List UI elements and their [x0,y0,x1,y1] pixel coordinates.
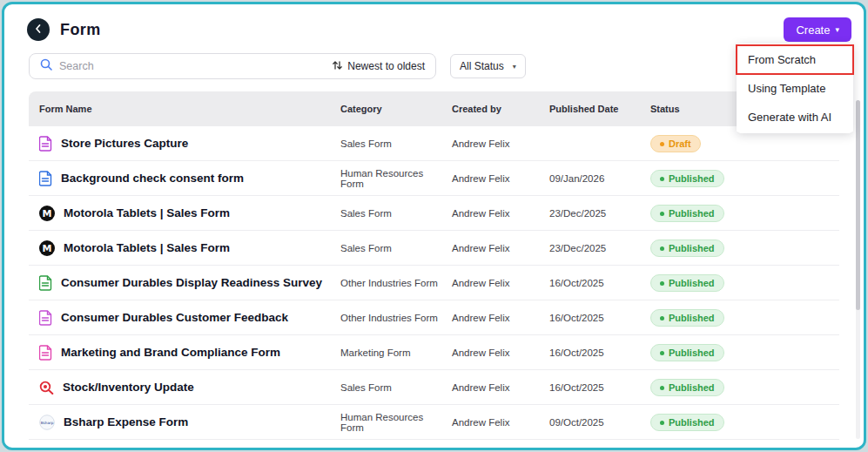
caret-down-icon: ▾ [513,63,516,71]
form-created-by: Andrew Felix [441,347,539,358]
doc-icon [39,310,52,326]
menu-item-using-template[interactable]: Using Template [737,74,853,103]
chevron-left-icon [33,22,44,37]
form-name: Consumer Durables Display Readiness Surv… [61,276,322,289]
form-published-date: 16/Oct/2025 [539,278,640,288]
svg-text:M: M [43,208,52,219]
table-row[interactable]: Consumer Durables Display Readiness Surv… [29,266,839,300]
form-created-by: Andrew Felix [441,208,539,219]
doc-icon [39,345,52,361]
form-category: Human Resources Form [330,168,441,189]
form-category: Sales Form [330,243,441,253]
status-dot-icon [660,177,664,181]
form-category: Other Industries Form [330,278,441,288]
sort-control[interactable]: Newest to oldest [332,58,425,74]
page-title: Form [60,21,101,39]
form-published-date: 09/Oct/2025 [539,417,640,428]
search-icon [40,58,52,74]
form-name: Motorola Tablets | Sales Form [64,241,230,254]
menu-item-from-scratch[interactable]: From Scratch [737,45,853,74]
form-created-by: Andrew Felix [441,382,539,393]
table-body: Store Pictures Capture Sales Form Andrew… [29,126,839,440]
table-row[interactable]: Stock/Inventory Update Sales Form Andrew… [29,370,839,405]
status-dot-icon [660,386,664,390]
table-row[interactable]: Consumer Durables Customer Feedback Othe… [29,300,839,335]
table-row[interactable]: Store Pictures Capture Sales Form Andrew… [29,126,839,161]
form-published-date: 09/Jan/2026 [539,173,640,184]
form-name: Marketing and Brand Compliance Form [61,346,280,359]
vertical-scrollbar[interactable] [856,100,860,439]
form-published-date: 16/Oct/2025 [539,347,640,358]
create-button[interactable]: Create ▾ [784,17,851,42]
table-row[interactable]: Bsharp Bsharp Expense Form Human Resourc… [29,405,839,440]
status-dot-icon [660,421,664,425]
form-category: Sales Form [330,138,441,149]
column-header-form-name: Form Name [29,104,330,114]
status-dot-icon [660,142,664,146]
status-dot-icon [660,281,664,286]
table-header-row: Form Name Category Created by Published … [29,91,839,126]
search-input[interactable] [59,60,325,72]
motorola-icon: M [39,240,55,256]
column-header-category: Category [330,104,441,114]
form-name: Motorola Tablets | Sales Form [64,206,230,219]
status-badge: Published [650,379,724,396]
back-button[interactable] [27,18,50,41]
form-name: Stock/Inventory Update [63,381,194,394]
form-published-date: 23/Dec/2025 [539,243,640,253]
scrollbar-thumb[interactable] [856,100,860,310]
form-category: Sales Form [330,208,441,219]
status-filter-dropdown[interactable]: All Status ▾ [450,54,526,78]
status-filter-value: All Status [460,60,504,72]
app-window: Form Create ▾ From ScratchUsing Template… [2,2,866,450]
doc-icon [39,136,52,152]
forms-table: Form Name Category Created by Published … [29,91,839,440]
form-name: Background check consent form [61,172,244,185]
form-category: Marketing Form [330,347,441,358]
doc-icon [39,275,52,291]
status-badge: Published [650,239,724,257]
create-button-label: Create [796,24,830,37]
status-dot-icon [660,246,664,251]
form-category: Other Industries Form [330,313,441,323]
search-box: Newest to oldest [29,53,436,79]
inventory-icon [39,381,54,395]
status-dot-icon [660,316,664,320]
table-row[interactable]: Background check consent form Human Reso… [29,161,839,196]
column-header-published-date: Published Date [539,104,640,114]
svg-text:M: M [43,243,52,254]
form-created-by: Andrew Felix [441,173,539,184]
form-published-date: 16/Oct/2025 [539,313,640,323]
sort-arrows-icon [332,58,343,74]
table-row[interactable]: M Motorola Tablets | Sales Form Sales Fo… [29,231,839,266]
svg-text:Bsharp: Bsharp [41,420,54,424]
create-dropdown-menu: From ScratchUsing TemplateGenerate with … [737,44,853,133]
status-badge: Published [650,170,724,187]
form-name: Bsharp Expense Form [64,415,188,428]
page-header: Form [4,4,864,50]
bsharp-icon: Bsharp [39,415,55,430]
motorola-icon: M [39,206,55,221]
form-created-by: Andrew Felix [441,138,539,149]
status-badge: Draft [650,135,701,152]
form-published-date: 23/Dec/2025 [539,208,640,219]
form-created-by: Andrew Felix [441,278,539,288]
form-category: Human Resources Form [330,412,441,433]
status-badge: Published [650,205,724,222]
status-dot-icon [660,212,664,216]
table-row[interactable]: M Motorola Tablets | Sales Form Sales Fo… [29,196,839,231]
status-badge: Published [650,344,724,361]
form-created-by: Andrew Felix [441,417,539,428]
menu-item-generate-with-ai[interactable]: Generate with AI [737,103,853,132]
toolbar: Newest to oldest All Status ▾ [29,53,839,79]
form-created-by: Andrew Felix [441,243,539,253]
form-published-date: 16/Oct/2025 [539,382,640,393]
form-name: Store Pictures Capture [61,137,188,150]
form-name: Consumer Durables Customer Feedback [61,311,288,324]
status-badge: Published [650,274,724,292]
column-header-created-by: Created by [441,104,539,114]
form-created-by: Andrew Felix [441,313,539,323]
status-dot-icon [660,351,664,355]
caret-down-icon: ▾ [835,26,839,34]
table-row[interactable]: Marketing and Brand Compliance Form Mark… [29,335,839,370]
